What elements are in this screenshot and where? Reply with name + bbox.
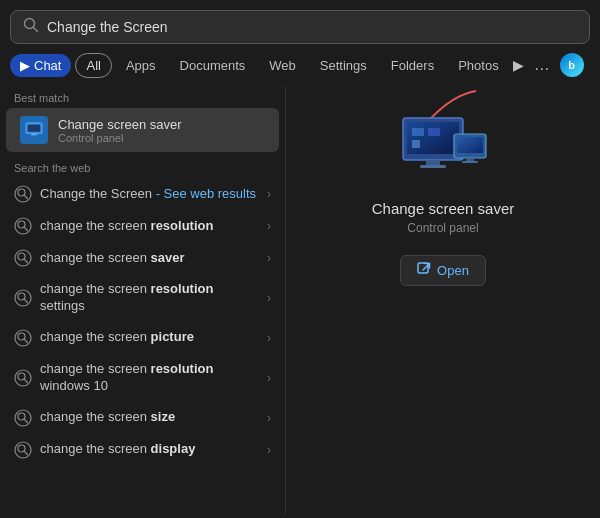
svg-line-20 <box>25 339 28 342</box>
svg-point-27 <box>15 442 31 458</box>
web-result-text-8: change the screen display <box>40 441 259 458</box>
svg-point-7 <box>18 189 25 196</box>
open-label: Open <box>437 263 469 278</box>
web-result-6[interactable]: change the screen resolutionwindows 10 › <box>0 354 285 402</box>
search-circle-icon-2 <box>14 217 32 235</box>
left-panel: Best match Change screen saver Control p… <box>0 86 285 514</box>
chevron-icon-1: › <box>267 187 271 201</box>
svg-rect-34 <box>412 128 424 136</box>
control-panel-icon <box>20 116 48 144</box>
web-result-3[interactable]: change the screen saver › <box>0 242 285 274</box>
svg-rect-44 <box>418 263 428 273</box>
right-panel: Change screen saver Control panel Open <box>285 86 600 514</box>
svg-rect-33 <box>407 122 459 154</box>
best-match-subtitle: Control panel <box>58 132 182 144</box>
web-result-text-5: change the screen picture <box>40 329 259 346</box>
bing-icon[interactable]: b <box>560 53 584 77</box>
svg-point-10 <box>18 221 25 228</box>
chevron-icon-2: › <box>267 219 271 233</box>
svg-line-23 <box>25 379 28 382</box>
svg-line-1 <box>34 28 38 32</box>
chevron-icon-4: › <box>267 291 271 305</box>
tab-documents[interactable]: Documents <box>170 54 256 77</box>
web-result-7[interactable]: change the screen size › <box>0 402 285 434</box>
web-result-5[interactable]: change the screen picture › <box>0 322 285 354</box>
svg-rect-43 <box>462 161 478 163</box>
web-result-text-3: change the screen saver <box>40 250 259 267</box>
detail-subtitle: Control panel <box>407 221 478 235</box>
search-input[interactable] <box>47 19 577 35</box>
svg-point-18 <box>15 330 31 346</box>
svg-rect-35 <box>428 128 440 136</box>
svg-line-26 <box>25 419 28 422</box>
search-circle-icon-6 <box>14 369 32 387</box>
tab-settings[interactable]: Settings <box>310 54 377 77</box>
search-circle-icon-1 <box>14 185 32 203</box>
monitor-illustration <box>398 116 488 186</box>
open-link-icon <box>417 262 431 279</box>
tab-folders[interactable]: Folders <box>381 54 444 77</box>
svg-point-13 <box>18 253 25 260</box>
best-match-label: Best match <box>0 86 285 108</box>
svg-line-14 <box>25 260 28 263</box>
detail-title: Change screen saver <box>372 200 515 217</box>
search-circle-icon-7 <box>14 409 32 427</box>
tab-apps[interactable]: Apps <box>116 54 166 77</box>
chevron-icon-7: › <box>267 411 271 425</box>
svg-point-16 <box>18 293 25 300</box>
svg-point-24 <box>15 410 31 426</box>
svg-point-9 <box>15 218 31 234</box>
svg-rect-36 <box>412 140 420 148</box>
best-match-title: Change screen saver <box>58 117 182 132</box>
web-result-text-2: change the screen resolution <box>40 218 259 235</box>
chat-icon: ▶ <box>20 58 30 73</box>
svg-point-19 <box>18 333 25 340</box>
svg-line-17 <box>25 299 28 302</box>
web-result-text-1: Change the Screen - See web results <box>40 186 259 203</box>
svg-rect-38 <box>420 165 446 168</box>
chevron-icon-6: › <box>267 371 271 385</box>
filter-tabs: ▶ Chat All Apps Documents Web Settings F… <box>0 52 600 86</box>
web-result-4[interactable]: change the screen resolutionsettings › <box>0 274 285 322</box>
more-button[interactable]: … <box>528 52 556 78</box>
svg-point-6 <box>15 186 31 202</box>
result-illustration <box>398 116 488 186</box>
svg-point-22 <box>18 373 25 380</box>
search-circle-icon-4 <box>14 289 32 307</box>
search-circle-icon-3 <box>14 249 32 267</box>
search-icon <box>23 17 39 37</box>
main-content: Best match Change screen saver Control p… <box>0 86 600 514</box>
svg-rect-5 <box>30 135 39 136</box>
search-bar <box>10 10 590 44</box>
web-result-2[interactable]: change the screen resolution › <box>0 210 285 242</box>
search-circle-icon-5 <box>14 329 32 347</box>
tab-web[interactable]: Web <box>259 54 306 77</box>
svg-line-11 <box>25 228 28 231</box>
web-result-text-4: change the screen resolutionsettings <box>40 281 259 315</box>
tab-photos[interactable]: Photos <box>448 54 508 77</box>
svg-rect-4 <box>31 134 36 136</box>
chevron-icon-3: › <box>267 251 271 265</box>
svg-point-12 <box>15 250 31 266</box>
search-circle-icon-8 <box>14 441 32 459</box>
svg-line-29 <box>25 451 28 454</box>
best-match-item[interactable]: Change screen saver Control panel <box>6 108 279 152</box>
web-result-text-7: change the screen size <box>40 409 259 426</box>
web-result-8[interactable]: change the screen display › <box>0 434 285 466</box>
svg-point-28 <box>18 445 25 452</box>
svg-point-15 <box>15 290 31 306</box>
tab-all[interactable]: All <box>75 53 111 78</box>
svg-rect-41 <box>457 137 483 153</box>
open-button[interactable]: Open <box>400 255 486 286</box>
chevron-icon-8: › <box>267 443 271 457</box>
web-result-1[interactable]: Change the Screen - See web results › <box>0 178 285 210</box>
web-result-text-6: change the screen resolutionwindows 10 <box>40 361 259 395</box>
svg-point-21 <box>15 370 31 386</box>
svg-line-8 <box>25 196 28 199</box>
svg-rect-3 <box>28 125 41 132</box>
play-button[interactable]: ▶ <box>513 57 524 73</box>
chevron-icon-5: › <box>267 331 271 345</box>
tab-chat[interactable]: ▶ Chat <box>10 54 71 77</box>
search-web-label: Search the web <box>0 152 285 178</box>
svg-point-25 <box>18 413 25 420</box>
